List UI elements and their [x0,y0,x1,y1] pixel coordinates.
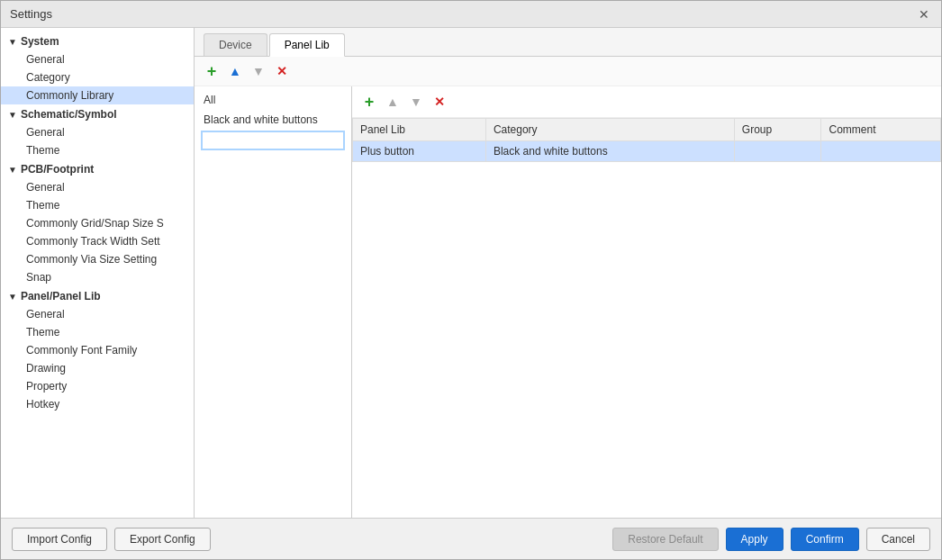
settings-window: Settings ✕ ▼ System General Category Com… [0,0,942,560]
sidebar-item-general-pcb[interactable]: General [1,178,194,196]
sidebar-group-schematic-label: Schematic/Symbol [21,108,117,121]
up-right-button[interactable]: ▲ [383,92,403,112]
triangle-icon-panel: ▼ [8,292,17,302]
sidebar-group-panel[interactable]: ▼ Panel/Panel Lib [1,286,194,305]
cell-panel_lib: Plus button [353,141,486,162]
delete-left-button[interactable]: ✕ [272,61,292,81]
window-title: Settings [10,7,52,21]
close-button[interactable]: ✕ [916,6,932,23]
tab-device[interactable]: Device [204,33,267,56]
sidebar-item-track-width[interactable]: Commonly Track Width Sett [1,232,194,250]
bottom-bar: Import Config Export Config Restore Defa… [1,518,941,559]
sidebar-item-general-panel[interactable]: General [1,305,194,323]
bottom-left: Import Config Export Config [12,528,211,551]
sidebar-group-pcb-label: PCB/Footprint [21,163,94,176]
cancel-button[interactable]: Cancel [866,528,930,551]
import-config-button[interactable]: Import Config [12,528,107,551]
left-pane-item-all[interactable]: All [198,90,348,110]
sidebar-item-snap[interactable]: Snap [1,268,194,286]
up-left-button[interactable]: ▲ [225,61,245,81]
left-pane-input[interactable] [202,131,344,149]
delete-right-button[interactable]: ✕ [430,92,449,112]
panel-lib-table: Panel Lib Category Group Comment Plus bu… [352,118,941,162]
tabs-bar: Device Panel Lib [195,28,941,57]
tab-panel-lib[interactable]: Panel Lib [269,33,345,57]
sidebar-item-font-family[interactable]: Commonly Font Family [1,341,194,359]
triangle-icon: ▼ [8,37,17,47]
col-group: Group [734,119,821,141]
sidebar-item-theme-schematic[interactable]: Theme [1,141,194,159]
restore-default-button[interactable]: Restore Default [612,528,718,551]
two-pane: All Black and white buttons + ▲ [195,86,941,518]
down-right-button[interactable]: ▼ [406,92,426,112]
table-row[interactable]: Plus buttonBlack and white buttons [353,141,941,162]
col-category: Category [485,119,734,141]
sidebar-item-grid-snap[interactable]: Commonly Grid/Snap Size S [1,214,194,232]
triangle-icon-pcb: ▼ [8,165,17,175]
cell-comment [821,141,941,162]
sidebar-group-label: System [21,35,59,48]
col-panel-lib: Panel Lib [353,119,486,141]
sidebar-item-category[interactable]: Category [1,68,194,86]
main-content: ▼ System General Category Commonly Libra… [1,28,941,518]
sidebar-item-theme-pcb[interactable]: Theme [1,196,194,214]
add-right-button[interactable]: + [359,92,379,112]
sidebar-item-via-size[interactable]: Commonly Via Size Setting [1,250,194,268]
sidebar-item-property[interactable]: Property [1,377,194,395]
col-comment: Comment [821,119,941,141]
sidebar-item-general-schematic[interactable]: General [1,123,194,141]
left-pane-input-wrap [198,130,348,151]
sidebar-group-panel-label: Panel/Panel Lib [21,290,101,303]
cell-category: Black and white buttons [485,141,734,162]
sidebar-item-theme-panel[interactable]: Theme [1,323,194,341]
sidebar-item-commonly-library[interactable]: Commonly Library [1,86,194,104]
sidebar-group-schematic[interactable]: ▼ Schematic/Symbol [1,104,194,123]
right-pane-toolbar: + ▲ ▼ ✕ [352,86,941,118]
left-pane: All Black and white buttons [195,86,352,518]
apply-button[interactable]: Apply [726,528,783,551]
sidebar: ▼ System General Category Commonly Libra… [1,28,195,518]
sidebar-group-system[interactable]: ▼ System [1,32,194,50]
right-panel: Device Panel Lib + ▲ ▼ ✕ All [195,28,941,518]
cell-group [734,141,821,162]
left-pane-item-black-white[interactable]: Black and white buttons [198,110,348,130]
add-left-button[interactable]: + [202,61,222,81]
down-left-button[interactable]: ▼ [249,61,268,81]
export-config-button[interactable]: Export Config [114,528,211,551]
sidebar-group-pcb[interactable]: ▼ PCB/Footprint [1,159,194,178]
panel-content: + ▲ ▼ ✕ All Black and white buttons [195,57,941,518]
triangle-icon-schematic: ▼ [8,110,17,120]
title-bar: Settings ✕ [1,1,941,28]
right-pane: + ▲ ▼ ✕ Panel Lib Category [352,86,941,518]
sidebar-item-general-system[interactable]: General [1,50,194,68]
confirm-button[interactable]: Confirm [791,528,859,551]
sidebar-item-hotkey[interactable]: Hotkey [1,395,194,413]
bottom-right: Restore Default Apply Confirm Cancel [612,528,930,551]
sidebar-item-drawing[interactable]: Drawing [1,359,194,377]
